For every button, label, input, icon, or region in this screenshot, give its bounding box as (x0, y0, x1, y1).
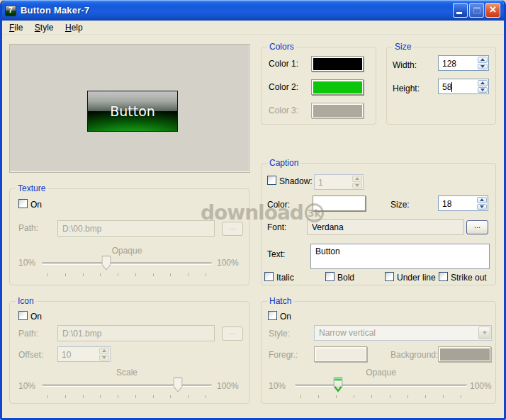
caption-color-swatch-button[interactable] (313, 195, 366, 211)
texture-browse-button: ... (222, 222, 243, 236)
spin-buttons (476, 196, 488, 210)
width-spinner[interactable]: 128 (438, 55, 489, 71)
arrow-up-icon (480, 58, 485, 61)
close-button[interactable]: ✕ (485, 3, 500, 18)
bold-checkbox[interactable] (325, 272, 334, 281)
texture-group: Texture On Path: D:\00.bmp ... Opaque 10… (9, 188, 249, 285)
caption-color-label: Color: (267, 200, 290, 210)
slider-thumb (174, 378, 183, 392)
menu-style[interactable]: Style (30, 21, 58, 33)
arrow-up-icon (102, 349, 106, 352)
client-area: Button Colors Color 1: Color 2: Color 3:… (2, 35, 504, 418)
texture-slider-min: 10% (18, 258, 35, 268)
caption-size-label: Size: (390, 200, 410, 210)
slider-thumb (102, 256, 111, 271)
icon-offset-spinner: 10 (57, 346, 111, 362)
spacer (71, 347, 99, 361)
maximize-icon (473, 7, 480, 13)
window-controls: ✕ (453, 3, 500, 18)
color3-label: Color 3: (269, 106, 298, 115)
caption-text-input[interactable]: Button (310, 244, 490, 269)
colors-group: Colors Color 1: Color 2: Color 3: (261, 47, 376, 125)
color1-swatch-button[interactable] (311, 56, 364, 72)
title-bar[interactable]: 7 Button Maker-7 ✕ (0, 0, 506, 21)
offset-up-button (99, 348, 109, 354)
texture-on-checkbox[interactable] (18, 199, 28, 208)
color2-swatch-button[interactable] (311, 79, 364, 95)
hatch-opacity-slider[interactable] (295, 376, 467, 399)
width-down-button[interactable] (478, 64, 488, 70)
height-up-button[interactable] (478, 80, 488, 86)
icon-on-label: On (30, 312, 42, 322)
colors-group-title: Colors (267, 42, 296, 52)
menu-file[interactable]: File (5, 21, 27, 33)
icon-path-label: Path: (18, 329, 38, 339)
dropdown-arrow-icon (478, 327, 490, 339)
font-browse-button[interactable]: ... (466, 220, 488, 234)
icon-browse-button: ... (222, 327, 243, 341)
spin-buttons (477, 56, 488, 70)
spacer (452, 79, 477, 93)
minimize-icon (456, 12, 462, 14)
hatch-on-label: On (280, 312, 291, 322)
slider-ticks (300, 395, 461, 398)
minimize-button[interactable] (453, 3, 468, 18)
arrow-down-icon (102, 356, 106, 359)
color1-label: Color 1: (269, 59, 298, 69)
hatch-on-checkbox[interactable] (268, 311, 277, 320)
hatch-group-title: Hatch (267, 296, 293, 306)
text-label: Text: (267, 249, 285, 259)
arrow-down-icon (480, 65, 485, 68)
slider-ticks (47, 273, 206, 276)
slider-thumb[interactable] (333, 378, 342, 392)
slider-track (42, 262, 212, 264)
texture-slider-max: 100% (217, 258, 239, 268)
slider-ticks (47, 395, 206, 398)
close-icon: ✕ (486, 4, 500, 15)
arrow-up-icon (355, 177, 359, 180)
hatch-style-value: Narrow vertical (315, 328, 478, 338)
caption-size-down-button[interactable] (477, 204, 487, 210)
font-label: Font: (267, 222, 286, 232)
hatch-foreground-label: Foregr.: (269, 350, 298, 360)
hatch-foreground-face (316, 348, 366, 361)
height-spinner[interactable]: 58 (438, 79, 489, 94)
height-down-button[interactable] (478, 87, 488, 93)
shadow-checkbox[interactable] (267, 176, 276, 185)
hatch-foreground-swatch-button (314, 346, 367, 362)
icon-slider-max: 100% (217, 381, 239, 391)
underline-label: Under line (397, 273, 436, 283)
slider-track[interactable] (295, 384, 467, 386)
italic-checkbox[interactable] (264, 272, 274, 281)
hatch-background-face (440, 348, 490, 361)
app-icon: 7 (5, 5, 16, 16)
spin-buttons (352, 175, 363, 189)
width-up-button[interactable] (478, 57, 488, 63)
height-label: Height: (393, 84, 420, 93)
caption-size-up-button[interactable] (477, 197, 487, 203)
icon-slider-min: 10% (18, 381, 35, 391)
texture-on-label: On (30, 200, 42, 210)
icon-scale-slider (42, 376, 212, 399)
button-preview: Button (87, 91, 178, 132)
spacer (456, 56, 477, 70)
caption-size-value: 18 (439, 196, 451, 210)
width-label: Width: (393, 60, 417, 70)
color2-face (313, 81, 362, 93)
window-title: Button Maker-7 (21, 5, 89, 16)
arrow-up-icon (480, 81, 485, 84)
icon-on-checkbox[interactable] (18, 311, 28, 320)
icon-offset-label: Offset: (18, 350, 43, 360)
strikeout-checkbox[interactable] (439, 272, 448, 281)
color3-face (313, 105, 362, 117)
preview-button-caption: Button (88, 91, 177, 131)
spacer (323, 175, 352, 189)
width-value: 128 (439, 56, 456, 70)
color1-face (313, 58, 362, 70)
spin-buttons (99, 347, 110, 361)
caption-size-spinner[interactable]: 18 (438, 195, 488, 211)
italic-label: Italic (276, 273, 294, 283)
underline-checkbox[interactable] (385, 272, 394, 281)
app-window: 7 Button Maker-7 ✕ File Style Help Butto (0, 0, 506, 420)
menu-help[interactable]: Help (61, 21, 87, 33)
